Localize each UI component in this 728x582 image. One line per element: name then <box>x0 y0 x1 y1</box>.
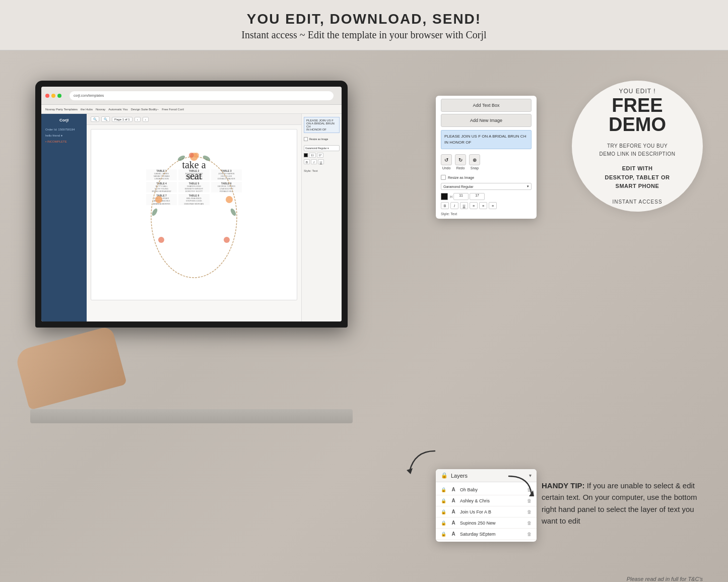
height-input[interactable]: 11 <box>453 193 469 200</box>
layer-lock-icon-4: 🔒 <box>441 532 447 537</box>
color-swatch[interactable] <box>304 153 308 157</box>
bookmark-4[interactable]: Automatic You <box>108 108 127 111</box>
layer-name-3[interactable]: Supinos 250 New <box>460 521 524 526</box>
bold-button[interactable]: B <box>441 202 449 209</box>
bookmark-3[interactable]: Nooray <box>96 108 105 111</box>
handy-tip-label: HANDY TIP: <box>542 481 585 490</box>
bold-btn[interactable]: B <box>304 159 310 164</box>
italic-btn[interactable]: I <box>311 159 317 164</box>
undo-label: Undo <box>442 166 451 170</box>
headline: YOU EDIT, DOWNLOAD, SEND! <box>20 11 708 27</box>
italic-button[interactable]: I <box>450 202 458 209</box>
line-height-input[interactable]: 17 <box>317 153 324 158</box>
edit-with-label: EDIT WITHDESKTOP, TABLET ORSMART PHONE <box>605 164 670 191</box>
font-select[interactable]: Garamond Regular ▾ <box>304 145 340 151</box>
bookmark-6[interactable]: Free Forod Coril <box>162 108 184 111</box>
panel-resize: Resize as Image <box>304 137 340 141</box>
layers-title: 🔒 Layers <box>441 472 468 479</box>
svg-point-11 <box>230 208 237 217</box>
zoom-out-btn[interactable]: 🔍 <box>91 116 99 122</box>
redo-label: Redo <box>456 166 465 170</box>
snap-label: Snap <box>471 166 479 170</box>
font-tools-row: B I U ≡ ≡ ≡ <box>436 201 537 210</box>
underline-button[interactable]: U <box>460 202 468 209</box>
resize-option-row: Resize as Image <box>436 173 537 182</box>
app-right-panel: PLEASE JOIN US F ON A BRIDAL BRUN CH IN … <box>301 114 342 321</box>
align-center-button[interactable]: ≡ <box>479 202 487 209</box>
maximize-dot[interactable] <box>57 94 61 98</box>
font-style-row: B I U <box>304 159 340 164</box>
svg-point-5 <box>226 196 233 203</box>
url-bar[interactable]: corjl.com/templates <box>70 91 334 100</box>
sidebar-order-id: Order Id: 1509758194 <box>43 126 85 133</box>
minimize-dot[interactable] <box>51 94 55 98</box>
chevron-down-icon: ▾ <box>527 184 529 188</box>
add-text-box-button[interactable]: Add Text Box <box>441 99 532 112</box>
font-size-input[interactable]: 11 <box>309 153 316 158</box>
person-hand <box>14 326 127 410</box>
redo-button[interactable]: ↻ <box>455 154 466 165</box>
layer-lock-icon-3: 🔒 <box>441 521 447 526</box>
svg-point-3 <box>194 153 199 158</box>
layer-type-label-1: A <box>450 498 457 503</box>
size-row: H 11 17 <box>436 192 537 201</box>
font-select-dropdown[interactable]: Garamond Regular ▾ <box>441 183 532 190</box>
resize-label: Resize as Image <box>309 138 328 141</box>
corjl-logo: Corjl <box>43 118 85 122</box>
page-indicator: Page 1 of 1 <box>112 117 133 122</box>
undo-button[interactable]: ↺ <box>441 154 452 165</box>
hw-inputs: H 11 17 <box>450 193 485 200</box>
bookmark-1[interactable]: Nooray Party Templates <box>45 108 78 111</box>
svg-point-10 <box>151 208 159 217</box>
color-swatch[interactable] <box>441 193 448 200</box>
layer-delete-icon-2[interactable]: 🗑 <box>527 509 532 514</box>
text-preview-box: PLEASE JOIN US F ON A BRIDAL BRUN CH IN … <box>441 130 532 149</box>
layer-delete-icon-3[interactable]: 🗑 <box>527 521 532 526</box>
resize-option: Resize as Image <box>304 137 340 141</box>
add-new-image-button[interactable]: Add New Image <box>441 114 532 127</box>
browser-chrome: corjl.com/templates <box>41 87 342 105</box>
resize-checkbox[interactable] <box>304 137 308 141</box>
bookmark-5[interactable]: Devign Suite Bodily~ <box>131 108 159 111</box>
bookmarks-bar: Nooray Party Templates the Hubs Nooray A… <box>41 105 342 114</box>
app-sidebar: Corjl Order Id: 1509758194 hello friend … <box>41 114 87 321</box>
zoom-in-btn[interactable]: 🔍 <box>101 116 110 122</box>
font-name: Garamond Regular <box>443 185 474 188</box>
laptop-container: corjl.com/templates Nooray Party Templat… <box>15 81 368 423</box>
corjl-toolbar: ↺ Undo ↻ Redo ⊕ Snap <box>436 151 537 173</box>
app-content: Corjl Order Id: 1509758194 hello friend … <box>41 114 342 321</box>
underline-btn[interactable]: U <box>318 159 324 164</box>
svg-point-7 <box>224 237 230 243</box>
close-dot[interactable] <box>45 94 49 98</box>
seating-chart: take aseat TABLE 1 DANIEL JAMESSARAH THO… <box>144 139 244 290</box>
style-text: Style: Text <box>436 210 537 219</box>
snap-button[interactable]: ⊕ <box>469 154 480 165</box>
resize-checkbox[interactable] <box>441 175 446 180</box>
layer-delete-icon-4[interactable]: 🗑 <box>527 532 532 537</box>
corjl-panel: Add Text Box Add New Image PLEASE JOIN U… <box>436 96 537 219</box>
align-left-button[interactable]: ≡ <box>470 202 478 209</box>
nav-prev-btn[interactable]: ‹ <box>135 117 141 122</box>
arrow-to-panel-icon <box>400 446 440 476</box>
panel-text-preview: PLEASE JOIN US F ON A BRIDAL BRUN CH IN … <box>304 117 340 133</box>
laptop-screen-inner: corjl.com/templates Nooray Party Templat… <box>41 87 342 321</box>
layer-name-2[interactable]: Join Us For A B <box>460 509 524 514</box>
disclaimer: Please read ad in full for T&C's <box>627 576 703 582</box>
layer-type-label-3: A <box>450 520 457 526</box>
align-right-button[interactable]: ≡ <box>489 202 497 209</box>
arrow-to-layers-icon <box>504 471 539 501</box>
bookmark-2[interactable]: the Hubs <box>81 108 93 111</box>
layer-item-4: 🔒 A Saturday SEptem 🗑 <box>436 529 537 540</box>
nav-next-btn[interactable]: › <box>143 117 149 122</box>
width-input[interactable]: 17 <box>470 193 485 200</box>
browser-dots <box>45 94 61 98</box>
free-demo-circle: YOU EDIT ! FREE DEMO TRY BEFORE YOU BUYD… <box>572 81 703 212</box>
text-preview-content: PLEASE JOIN US F ON A BRIDAL BRUN CH IN … <box>444 134 528 146</box>
layer-name-4[interactable]: Saturday SEptem <box>460 532 524 537</box>
svg-point-4 <box>155 196 162 203</box>
try-before-label: TRY BEFORE YOU BUYDEMO LINK IN DESCRIPTI… <box>600 142 676 158</box>
lock-icon: 🔒 <box>441 472 448 479</box>
app-toolbar: 🔍 🔍 Page 1 of 1 ‹ › <box>87 114 301 125</box>
layers-title-text: Layers <box>451 473 468 479</box>
main-content: corjl.com/templates Nooray Party Templat… <box>0 50 728 582</box>
